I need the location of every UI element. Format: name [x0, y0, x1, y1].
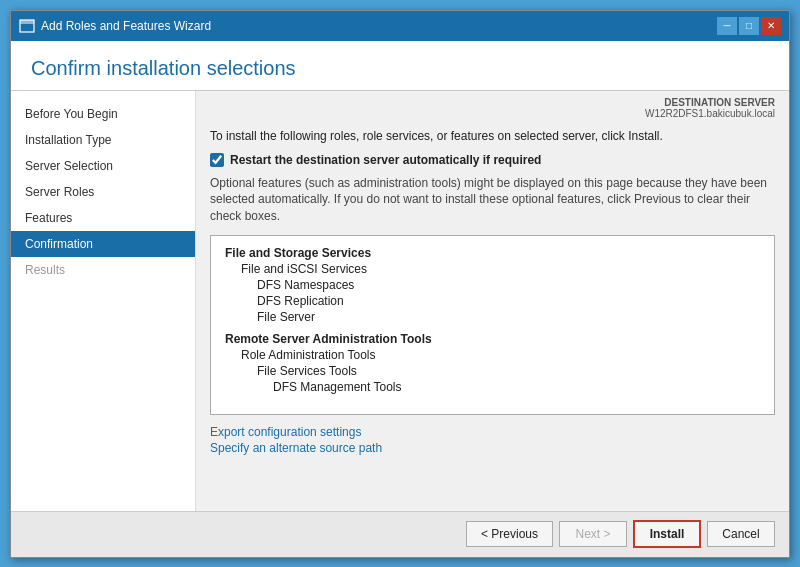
dest-server-label: DESTINATION SERVER: [210, 97, 775, 108]
restart-checkbox-row: Restart the destination server automatic…: [210, 153, 775, 167]
selection-box: File and Storage Services File and iSCSI…: [210, 235, 775, 415]
page-title: Confirm installation selections: [31, 57, 769, 80]
list-item: DFS Namespaces: [225, 278, 760, 292]
list-item: File Services Tools: [225, 364, 760, 378]
intro-text: To install the following roles, role ser…: [210, 129, 775, 143]
optional-text: Optional features (such as administratio…: [210, 175, 775, 225]
sidebar-item-server-selection[interactable]: Server Selection: [11, 153, 195, 179]
list-item: DFS Management Tools: [225, 380, 760, 394]
sidebar-item-results: Results: [11, 257, 195, 283]
page-header: Confirm installation selections: [11, 41, 789, 91]
svg-rect-1: [20, 20, 34, 24]
restart-checkbox[interactable]: [210, 153, 224, 167]
sidebar-item-server-roles[interactable]: Server Roles: [11, 179, 195, 205]
sidebar-item-before-you-begin[interactable]: Before You Begin: [11, 101, 195, 127]
next-button[interactable]: Next >: [559, 521, 627, 547]
sidebar-item-features[interactable]: Features: [11, 205, 195, 231]
minimize-button[interactable]: ─: [717, 17, 737, 35]
cancel-button[interactable]: Cancel: [707, 521, 775, 547]
sidebar-item-installation-type[interactable]: Installation Type: [11, 127, 195, 153]
alternate-source-link[interactable]: Specify an alternate source path: [210, 441, 775, 455]
list-item: Role Administration Tools: [225, 348, 760, 362]
window-title: Add Roles and Features Wizard: [41, 19, 211, 33]
restart-checkbox-label[interactable]: Restart the destination server automatic…: [230, 153, 541, 167]
window-controls: ─ □ ✕: [717, 17, 781, 35]
close-button[interactable]: ✕: [761, 17, 781, 35]
links-area: Export configuration settings Specify an…: [210, 425, 775, 455]
list-item: Remote Server Administration Tools: [225, 332, 760, 346]
page-content: To install the following roles, role ser…: [196, 123, 789, 511]
list-item: File and iSCSI Services: [225, 262, 760, 276]
restore-button[interactable]: □: [739, 17, 759, 35]
sidebar: Before You Begin Installation Type Serve…: [11, 91, 196, 511]
title-bar: Add Roles and Features Wizard ─ □ ✕: [11, 11, 789, 41]
previous-button[interactable]: < Previous: [466, 521, 553, 547]
list-item: File and Storage Services: [225, 246, 760, 260]
list-item: File Server: [225, 310, 760, 324]
install-button[interactable]: Install: [633, 520, 701, 548]
sidebar-item-confirmation[interactable]: Confirmation: [11, 231, 195, 257]
destination-server-info: DESTINATION SERVER W12R2DFS1.bakicubuk.l…: [196, 91, 789, 123]
export-config-link[interactable]: Export configuration settings: [210, 425, 775, 439]
list-item: DFS Replication: [225, 294, 760, 308]
window-icon: [19, 18, 35, 34]
footer: < Previous Next > Install Cancel: [11, 511, 789, 557]
dest-server-name: W12R2DFS1.bakicubuk.local: [645, 108, 775, 119]
